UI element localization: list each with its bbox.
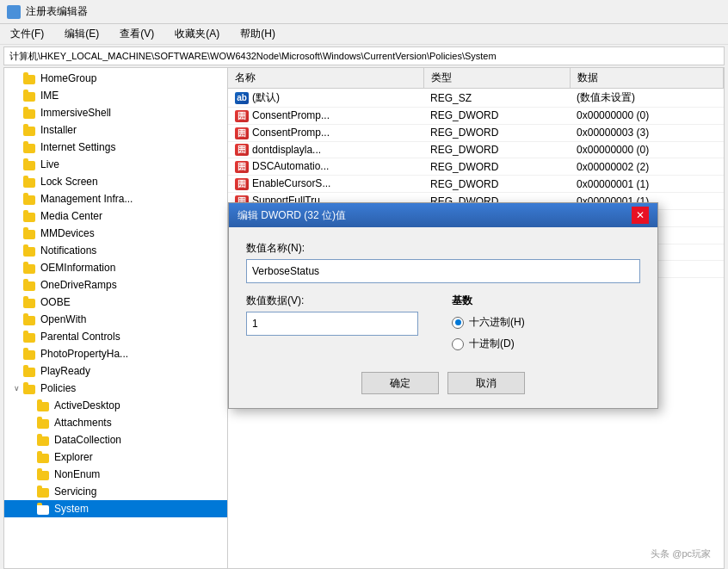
- dec-radio-item[interactable]: 十进制(D): [452, 337, 640, 351]
- expand-icon[interactable]: [11, 245, 22, 256]
- col-name[interactable]: 名称: [228, 68, 423, 89]
- tree-item[interactable]: NonEnum: [4, 466, 227, 483]
- reg-name: ConsentPromp...: [252, 109, 330, 121]
- menu-help[interactable]: 帮助(H): [237, 25, 279, 43]
- expand-icon[interactable]: [25, 435, 35, 445]
- tree-item[interactable]: Internet Settings: [4, 139, 227, 156]
- expand-icon[interactable]: [11, 331, 22, 342]
- folder-icon: [23, 227, 37, 239]
- col-data[interactable]: 数据: [570, 68, 723, 89]
- base-section: 基数 十六进制(H) 十进制(D): [452, 294, 640, 351]
- expand-icon[interactable]: [11, 349, 22, 359]
- tree-item[interactable]: Installer: [4, 121, 227, 139]
- table-row[interactable]: 囲ConsentPromp...REG_DWORD0x00000003 (3): [228, 124, 724, 141]
- reg-name: dontdisplayla...: [252, 144, 321, 156]
- tree-item[interactable]: Notifications: [4, 242, 227, 259]
- table-row[interactable]: 囲ConsentPromp...REG_DWORD0x00000000 (0): [228, 108, 724, 125]
- expand-icon[interactable]: [11, 73, 22, 83]
- expand-icon[interactable]: [11, 194, 22, 204]
- expand-icon[interactable]: [25, 417, 35, 428]
- expand-icon[interactable]: [25, 452, 35, 462]
- tree-item[interactable]: ∨Policies: [4, 380, 227, 397]
- reg-type-cell: REG_DWORD: [423, 108, 570, 125]
- expand-icon[interactable]: [11, 228, 22, 238]
- expand-icon[interactable]: ∨: [11, 383, 22, 393]
- tree-item-label: OEMInformation: [40, 262, 115, 274]
- folder-icon: [23, 348, 37, 360]
- ok-button[interactable]: 确定: [361, 372, 439, 394]
- tree-item[interactable]: MMDevices: [4, 225, 227, 242]
- hex-radio-item[interactable]: 十六进制(H): [452, 315, 640, 330]
- dialog-close-button[interactable]: ✕: [632, 207, 649, 224]
- tree-panel[interactable]: HomeGroup IME ImmersiveShell Installer I…: [4, 68, 228, 568]
- dec-radio[interactable]: [452, 338, 464, 350]
- tree-item-label: HomeGroup: [40, 72, 96, 84]
- folder-icon: [23, 262, 37, 274]
- hex-radio[interactable]: [452, 317, 464, 329]
- app-icon: [7, 5, 21, 19]
- table-row[interactable]: 囲dontdisplayla...REG_DWORD0x00000000 (0): [228, 141, 724, 158]
- menu-view[interactable]: 查看(V): [116, 25, 157, 43]
- tree-item[interactable]: Attachments: [4, 414, 227, 431]
- tree-item[interactable]: Lock Screen: [4, 173, 227, 190]
- cancel-button[interactable]: 取消: [447, 372, 525, 394]
- expand-icon[interactable]: [11, 366, 22, 376]
- reg-name: ConsentPromp...: [252, 127, 330, 139]
- dialog-body: 数值名称(N): 数值数据(V): 基数 十六进制(H): [229, 227, 657, 408]
- tree-item[interactable]: OneDriveRamps: [4, 276, 227, 294]
- edit-dword-dialog[interactable]: 编辑 DWORD (32 位)值 ✕ 数值名称(N): 数值数据(V): 基数 …: [228, 202, 658, 409]
- data-input[interactable]: [246, 312, 418, 336]
- tree-item[interactable]: HomeGroup: [4, 70, 227, 87]
- tree-item[interactable]: OpenWith: [4, 311, 227, 328]
- tree-item-label: Servicing: [54, 486, 96, 498]
- expand-icon[interactable]: [11, 142, 22, 152]
- tree-item[interactable]: Media Center: [4, 207, 227, 225]
- expand-icon[interactable]: [11, 90, 22, 101]
- expand-icon[interactable]: [25, 469, 35, 479]
- tree-item[interactable]: DataCollection: [4, 431, 227, 448]
- tree-item[interactable]: Management Infra...: [4, 190, 227, 207]
- tree-item[interactable]: PhotoPropertyHa...: [4, 345, 227, 362]
- expand-icon[interactable]: [11, 211, 22, 221]
- tree-item[interactable]: Servicing: [4, 483, 227, 500]
- tree-item[interactable]: ActiveDesktop: [4, 397, 227, 414]
- tree-item-label: NonEnum: [54, 468, 100, 480]
- folder-icon: [23, 124, 37, 136]
- table-row[interactable]: ab(默认)REG_SZ(数值未设置): [228, 89, 724, 108]
- tree-item[interactable]: PlayReady: [4, 362, 227, 380]
- tree-item-label: ActiveDesktop: [54, 399, 120, 411]
- reg-type-cell: REG_DWORD: [423, 176, 570, 193]
- table-row[interactable]: 囲DSCAutomatio...REG_DWORD0x00000002 (2): [228, 158, 724, 176]
- tree-item[interactable]: Live: [4, 156, 227, 173]
- expand-icon[interactable]: [11, 176, 22, 187]
- table-row[interactable]: 囲EnableCursorS...REG_DWORD0x00000001 (1): [228, 176, 724, 193]
- col-type[interactable]: 类型: [423, 68, 570, 89]
- tree-item[interactable]: Explorer: [4, 448, 227, 466]
- expand-icon[interactable]: [11, 125, 22, 135]
- tree-item[interactable]: OEMInformation: [4, 259, 227, 276]
- tree-item[interactable]: ImmersiveShell: [4, 104, 227, 121]
- expand-icon[interactable]: [11, 280, 22, 290]
- expand-icon[interactable]: [11, 297, 22, 307]
- menu-file[interactable]: 文件(F): [7, 25, 47, 43]
- expand-icon[interactable]: [25, 504, 35, 514]
- address-bar[interactable]: 计算机\HKEY_LOCAL_MACHINE\SOFTWARE\WOW6432N…: [3, 46, 725, 65]
- tree-item[interactable]: System: [4, 500, 227, 517]
- expand-icon[interactable]: [11, 108, 22, 118]
- menu-edit[interactable]: 编辑(E): [61, 25, 102, 43]
- tree-item[interactable]: OOBE: [4, 294, 227, 311]
- expand-icon[interactable]: [25, 486, 35, 497]
- reg-type-cell: REG_DWORD: [423, 124, 570, 141]
- expand-icon[interactable]: [25, 400, 35, 411]
- expand-icon[interactable]: [11, 159, 22, 170]
- tree-item[interactable]: IME: [4, 87, 227, 104]
- folder-icon: [23, 72, 37, 84]
- expand-icon[interactable]: [11, 263, 22, 273]
- folder-icon: [37, 417, 51, 429]
- value-base-row: 数值数据(V): 基数 十六进制(H) 十进制(D): [246, 294, 640, 351]
- tree-item[interactable]: Parental Controls: [4, 328, 227, 345]
- menu-favorites[interactable]: 收藏夹(A): [171, 25, 223, 43]
- expand-icon[interactable]: [11, 314, 22, 325]
- data-label: 数值数据(V):: [246, 294, 435, 308]
- name-input[interactable]: [246, 259, 640, 283]
